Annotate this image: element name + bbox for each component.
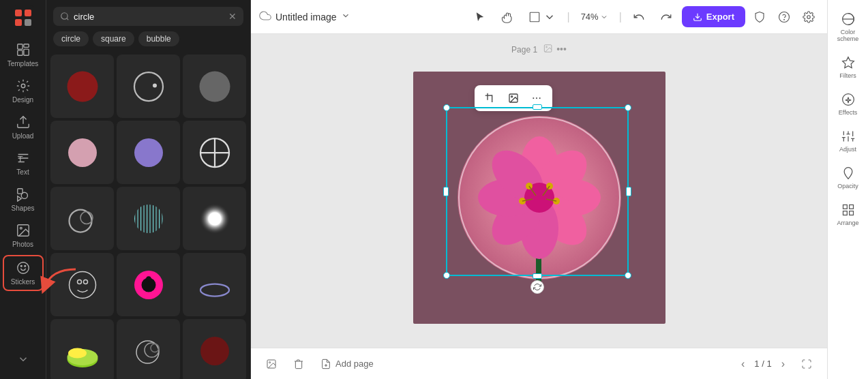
zoom-level: 74% (581, 12, 599, 22)
chip-square[interactable]: square (93, 31, 134, 46)
list-item[interactable] (183, 121, 246, 184)
svg-point-16 (20, 227, 22, 229)
list-item[interactable] (117, 121, 180, 184)
right-panel-opacity-label: Opacity (837, 183, 858, 190)
svg-rect-1 (15, 10, 22, 16)
help-icon-button[interactable] (774, 7, 794, 27)
sidebar-item-text[interactable]: T Text (3, 147, 44, 180)
list-item[interactable] (117, 319, 180, 379)
svg-point-24 (153, 83, 157, 87)
sidebar-item-design[interactable]: Design (3, 74, 44, 108)
right-panel-arrange[interactable]: Arrange (830, 198, 867, 232)
list-item[interactable] (183, 55, 246, 118)
svg-rect-3 (15, 19, 22, 26)
list-item[interactable] (50, 319, 114, 379)
bottom-bar: Add page ‹ 1 / 1 › (251, 348, 827, 379)
right-panel-adjust-label: Adjust (839, 146, 856, 153)
svg-point-42 (200, 284, 229, 296)
sidebar-item-text-label: Text (16, 168, 29, 176)
page-separator: / (762, 359, 764, 369)
page-image-icon[interactable] (543, 44, 552, 55)
svg-point-22 (67, 71, 98, 102)
delete-page-button[interactable] (289, 354, 308, 374)
page-more-icon[interactable]: ••• (556, 44, 567, 55)
next-page-button[interactable]: › (777, 357, 789, 372)
svg-rect-100 (849, 211, 853, 215)
prev-page-button[interactable]: ‹ (737, 357, 749, 372)
save-page-button[interactable] (262, 354, 281, 374)
sidebar-item-templates[interactable]: Templates (3, 38, 44, 72)
search-panel: ✕ circle square bubble (46, 0, 251, 379)
shape-grid (50, 55, 246, 379)
left-toolbar: Templates Design Upload T Text Shapes Ph… (0, 0, 46, 379)
svg-point-26 (68, 138, 97, 167)
list-item[interactable] (50, 253, 114, 316)
undo-button[interactable] (627, 7, 650, 27)
list-item[interactable] (117, 187, 180, 250)
clear-search-button[interactable]: ✕ (228, 11, 237, 22)
list-item[interactable] (183, 319, 246, 379)
svg-point-53 (784, 19, 785, 20)
add-page-button[interactable]: Add page (316, 354, 378, 374)
svg-point-31 (69, 209, 91, 232)
svg-point-25 (199, 71, 230, 102)
collapse-button[interactable] (12, 348, 35, 374)
svg-point-35 (199, 203, 230, 234)
svg-point-37 (77, 279, 81, 284)
redo-button[interactable] (655, 7, 678, 27)
svg-rect-50 (530, 12, 540, 22)
right-panel-filters[interactable]: Filters (830, 50, 867, 85)
svg-point-9 (21, 84, 25, 88)
frame-tool-button[interactable] (523, 7, 561, 27)
search-input[interactable] (74, 12, 224, 22)
right-panel-color-scheme-label: Color scheme (833, 29, 864, 42)
svg-rect-5 (17, 44, 22, 49)
chip-circle[interactable]: circle (53, 31, 89, 46)
list-item[interactable] (117, 253, 180, 316)
expand-button[interactable] (797, 354, 816, 374)
cloud-save-icon (259, 10, 271, 25)
svg-point-38 (83, 279, 87, 284)
chip-bubble[interactable]: bubble (138, 31, 179, 46)
cursor-tool-button[interactable] (468, 7, 492, 27)
list-item[interactable] (50, 121, 114, 184)
zoom-button[interactable]: 74% (575, 9, 614, 25)
svg-rect-0 (11, 5, 35, 30)
canvas-document (413, 72, 665, 324)
page-label: Page 1 ••• (511, 44, 567, 55)
flower-image (430, 92, 648, 303)
right-panel-adjust[interactable]: Adjust (830, 124, 867, 158)
sidebar-item-shapes[interactable]: Shapes (3, 183, 44, 216)
search-icon (60, 12, 70, 21)
shield-icon-button[interactable] (749, 7, 770, 27)
current-page: 1 (754, 359, 759, 369)
right-panel-color-scheme[interactable]: Color scheme (830, 7, 867, 48)
filter-chips: circle square bubble (46, 31, 250, 52)
sidebar-item-stickers[interactable]: Stickers (3, 255, 44, 291)
list-item[interactable] (183, 253, 246, 316)
total-pages: 1 (766, 359, 771, 369)
list-item[interactable] (50, 55, 114, 118)
hand-tool-button[interactable] (496, 7, 519, 27)
export-button[interactable]: Export (682, 6, 745, 27)
sidebar-item-photos[interactable]: Photos (3, 219, 44, 252)
right-panel-opacity[interactable]: Opacity (830, 161, 867, 195)
sidebar-item-templates-label: Templates (8, 60, 39, 67)
sidebar-item-upload[interactable]: Upload (3, 110, 44, 144)
export-button-label: Export (706, 12, 734, 22)
title-dropdown-icon[interactable] (341, 11, 350, 22)
svg-rect-6 (23, 44, 28, 48)
svg-rect-98 (849, 205, 853, 209)
document-title: Untitled image (275, 12, 337, 22)
app-logo[interactable] (11, 5, 35, 30)
doc-title-area: Untitled image (259, 10, 462, 25)
list-item[interactable] (50, 187, 114, 250)
svg-point-23 (134, 72, 163, 101)
list-item[interactable] (183, 187, 246, 250)
settings-icon-button[interactable] (798, 7, 819, 27)
right-panel-effects[interactable]: Effects (830, 87, 867, 121)
svg-marker-14 (17, 196, 21, 201)
sidebar-item-upload-label: Upload (12, 132, 34, 140)
list-item[interactable] (117, 55, 180, 118)
main-area: Untitled image | 74% | (251, 0, 827, 379)
